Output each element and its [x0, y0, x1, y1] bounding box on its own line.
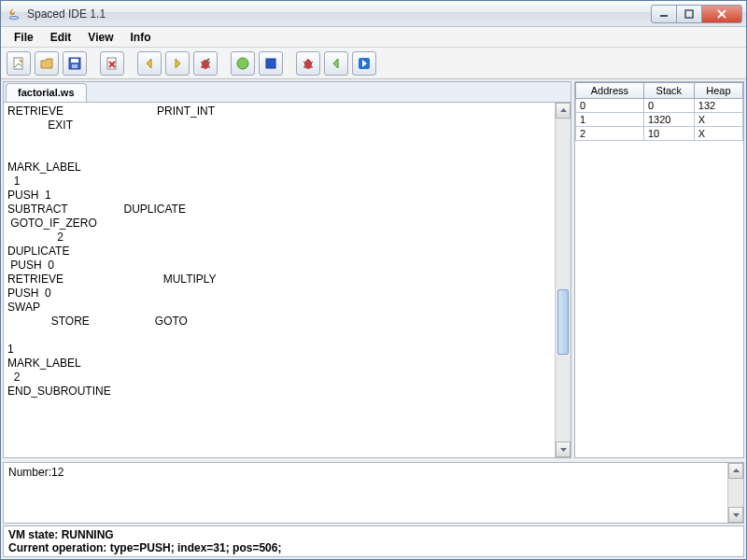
- editor-wrap: RETRIEVE PRINT_INT EXIT MARK_LABEL 1 PUS…: [4, 103, 571, 457]
- output-scrollbar[interactable]: [727, 463, 743, 523]
- svg-rect-1: [660, 15, 668, 17]
- delete-button[interactable]: [100, 51, 124, 76]
- svg-rect-2: [685, 10, 693, 18]
- back-button[interactable]: [137, 51, 162, 76]
- col-address[interactable]: Address: [576, 83, 644, 99]
- svg-rect-10: [266, 59, 275, 68]
- open-button[interactable]: [35, 51, 59, 76]
- main-area: factorial.ws RETRIEVE PRINT_INT EXIT MAR…: [1, 79, 746, 460]
- col-heap[interactable]: Heap: [694, 83, 742, 99]
- forward-button[interactable]: [165, 51, 190, 76]
- svg-point-11: [304, 60, 312, 69]
- menubar: File Edit View Info: [1, 27, 746, 48]
- output-pane: Number:12: [3, 462, 744, 524]
- col-stack[interactable]: Stack: [643, 83, 694, 99]
- close-button[interactable]: [701, 5, 742, 23]
- menu-info[interactable]: Info: [122, 28, 158, 47]
- menu-file[interactable]: File: [7, 28, 41, 47]
- svg-point-9: [237, 58, 248, 69]
- table-row[interactable]: 11320X: [576, 113, 743, 127]
- scroll-thumb[interactable]: [557, 289, 569, 355]
- menu-edit[interactable]: Edit: [43, 28, 79, 47]
- java-icon: [7, 7, 21, 21]
- output-text[interactable]: Number:12: [4, 463, 727, 523]
- toolbar: [1, 48, 746, 79]
- table-row[interactable]: 00132: [576, 99, 743, 113]
- svg-rect-5: [71, 59, 78, 63]
- editor-scrollbar[interactable]: [555, 103, 571, 457]
- svg-rect-6: [72, 64, 78, 68]
- scroll-up-icon[interactable]: [556, 103, 571, 119]
- save-button[interactable]: [63, 51, 87, 76]
- vm-state: VM state: RUNNING: [8, 528, 739, 541]
- memory-table: Address Stack Heap 00132 11320X 210X: [575, 82, 743, 141]
- step-back-button[interactable]: [324, 51, 348, 76]
- titlebar[interactable]: Spaced IDE 1.1: [1, 1, 746, 27]
- menu-view[interactable]: View: [80, 28, 120, 47]
- scroll-down-icon[interactable]: [728, 507, 743, 523]
- bottom-area: Number:12 VM state: RUNNING Current oper…: [1, 460, 746, 559]
- stop-button[interactable]: [259, 51, 283, 76]
- new-file-button[interactable]: [7, 51, 31, 76]
- run-button[interactable]: [231, 51, 255, 76]
- editor-tabs: factorial.ws: [4, 82, 571, 103]
- table-row[interactable]: 210X: [576, 127, 743, 141]
- memory-pane: Address Stack Heap 00132 11320X 210X: [574, 81, 744, 458]
- step-forward-button[interactable]: [352, 51, 376, 76]
- current-op: Current operation: type=PUSH; index=31; …: [8, 541, 739, 554]
- minimize-button[interactable]: [651, 5, 677, 23]
- maximize-button[interactable]: [676, 5, 702, 23]
- editor-pane: factorial.ws RETRIEVE PRINT_INT EXIT MAR…: [3, 81, 571, 458]
- tab-factorial[interactable]: factorial.ws: [6, 83, 87, 102]
- debug-button[interactable]: [296, 51, 320, 76]
- scroll-down-icon[interactable]: [556, 441, 571, 457]
- window-controls: [652, 5, 742, 23]
- status-bar: VM state: RUNNING Current operation: typ…: [3, 525, 744, 557]
- debug-start-button[interactable]: [193, 51, 218, 76]
- code-editor[interactable]: RETRIEVE PRINT_INT EXIT MARK_LABEL 1 PUS…: [4, 103, 555, 457]
- svg-point-0: [9, 16, 19, 19]
- scroll-up-icon[interactable]: [728, 463, 743, 479]
- window-title: Spaced IDE 1.1: [27, 7, 652, 21]
- app-window: Spaced IDE 1.1 File Edit View Info: [0, 0, 747, 560]
